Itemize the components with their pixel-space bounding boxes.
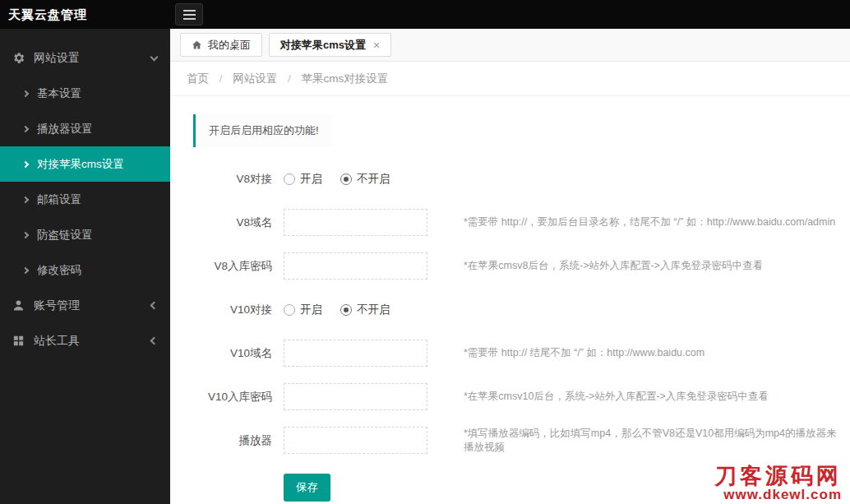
chevron-right-icon — [22, 90, 29, 96]
grid-icon — [12, 334, 25, 348]
player-code-input[interactable] — [284, 427, 427, 454]
tab-bar: 我的桌面 对接苹果cms设置 × — [170, 29, 850, 62]
form-row-v10-domain: V10域名 *需要带 http:// 结尾不加 “/” 如：http://www… — [193, 331, 850, 375]
v8-connect-on-radio[interactable]: 开启 — [284, 172, 322, 187]
sidebar-item-label: 账号管理 — [34, 298, 80, 313]
tab-my-desktop[interactable]: 我的桌面 — [180, 33, 262, 57]
home-icon — [192, 39, 202, 50]
sidebar-item-website-settings[interactable]: 网站设置 — [0, 40, 170, 76]
field-hint: *填写播放器编码，比如填写mp4，那么不管V8还是V10都用编码为mp4的播放器… — [464, 427, 850, 455]
chevron-right-icon — [22, 160, 29, 167]
field-hint: *需要带 http:// 结尾不加 “/” 如：http://www.baidu… — [464, 346, 850, 360]
save-button[interactable]: 保存 — [284, 474, 330, 502]
v8-connect-off-radio[interactable]: 不开启 — [340, 172, 390, 187]
radio-checked-icon[interactable] — [340, 173, 352, 185]
radio-icon[interactable] — [284, 173, 295, 185]
gear-icon — [12, 51, 25, 65]
tab-apple-cms-settings[interactable]: 对接苹果cms设置 × — [269, 33, 391, 57]
chevron-left-icon — [150, 302, 159, 310]
field-label: V10对接 — [193, 303, 272, 317]
field-label: V8域名 — [193, 215, 272, 230]
v10-domain-input[interactable] — [284, 340, 427, 367]
breadcrumb: 首页 / 网站设置 / 苹果cms对接设置 — [170, 62, 850, 96]
sidebar-item-hotlink-settings[interactable]: 防盗链设置 — [0, 217, 170, 252]
breadcrumb-home[interactable]: 首页 — [187, 72, 209, 85]
sidebar-item-label: 网站设置 — [34, 51, 80, 66]
notice-banner: 开启后启用相应的功能! — [193, 114, 332, 147]
sidebar-item-player-settings[interactable]: 播放器设置 — [0, 111, 170, 146]
app-title: 天翼云盘管理 — [0, 0, 850, 29]
settings-form-panel: 开启后启用相应的功能! V8对接 开启 不开启 — [170, 96, 850, 502]
radio-label: 开启 — [300, 303, 322, 317]
sidebar-item-label: 基本设置 — [37, 86, 81, 101]
chevron-right-icon — [22, 231, 29, 238]
radio-icon[interactable] — [284, 304, 295, 316]
top-bar: 天翼云盘管理 — [0, 0, 850, 29]
sidebar-item-email-settings[interactable]: 邮箱设置 — [0, 182, 170, 217]
form-row-player: 播放器 *填写播放器编码，比如填写mp4，那么不管V8还是V10都用编码为mp4… — [193, 418, 850, 462]
form-row-v8-domain: V8域名 *需要带 http://，要加后台目录名称，结尾不加 “/” 如：ht… — [193, 201, 850, 244]
v10-connect-on-radio[interactable]: 开启 — [284, 303, 322, 317]
sidebar-item-label: 邮箱设置 — [37, 192, 81, 207]
breadcrumb-separator: / — [219, 72, 223, 85]
user-icon — [12, 298, 25, 312]
chevron-right-icon — [22, 196, 29, 202]
form-row-v8-connect: V8对接 开启 不开启 — [193, 157, 850, 201]
sidebar-item-label: 播放器设置 — [37, 122, 93, 136]
main-area: 我的桌面 对接苹果cms设置 × 首页 / 网站设置 / 苹果cms对接设置 开… — [170, 29, 850, 504]
tab-close-icon[interactable]: × — [373, 39, 380, 52]
sidebar-item-label: 防盗链设置 — [37, 228, 93, 243]
sidebar-item-webmaster-tools[interactable]: 站长工具 — [0, 323, 170, 358]
breadcrumb-website-settings[interactable]: 网站设置 — [233, 72, 277, 85]
form-row-v10-password: V10入库密码 *在苹果cmsv10后台，系统->站外入库配置->入库免登录密码… — [193, 375, 850, 418]
sidebar: 网站设置 基本设置 播放器设置 对接苹果cms设置 邮箱设置 防盗链设置 修改密… — [0, 29, 170, 504]
radio-checked-icon[interactable] — [340, 304, 352, 316]
chevron-right-icon — [22, 266, 29, 273]
radio-label: 不开启 — [357, 303, 390, 317]
chevron-left-icon — [150, 337, 159, 345]
field-label: V8对接 — [193, 172, 272, 187]
breadcrumb-current: 苹果cms对接设置 — [302, 72, 389, 85]
form-row-v8-password: V8入库密码 *在苹果cmsv8后台，系统->站外入库配置->入库免登录密码中查… — [193, 244, 850, 288]
sidebar-item-account-management[interactable]: 账号管理 — [0, 288, 170, 323]
apple-cms-settings-form: V8对接 开启 不开启 V8域名 — [193, 157, 850, 502]
sidebar-item-apple-cms-settings[interactable]: 对接苹果cms设置 — [0, 146, 170, 182]
field-label: V8入库密码 — [193, 259, 272, 274]
field-label: 播放器 — [193, 433, 272, 448]
tab-label: 对接苹果cms设置 — [280, 38, 366, 53]
form-row-v10-connect: V10对接 开启 不开启 — [193, 288, 850, 331]
field-hint: *在苹果cmsv8后台，系统->站外入库配置->入库免登录密码中查看 — [464, 259, 850, 273]
radio-label: 不开启 — [357, 172, 390, 187]
radio-label: 开启 — [300, 172, 322, 187]
field-hint: *在苹果cmsv10后台，系统->站外入库配置->入库免登录密码中查看 — [464, 390, 850, 404]
tab-label: 我的桌面 — [208, 38, 251, 53]
sidebar-item-change-password[interactable]: 修改密码 — [0, 252, 170, 288]
sidebar-item-label: 站长工具 — [34, 334, 80, 349]
field-label: V10入库密码 — [193, 390, 272, 405]
sidebar-item-basic-settings[interactable]: 基本设置 — [0, 76, 170, 111]
field-label: V10域名 — [193, 346, 272, 361]
app-window: 天翼云盘管理 网站设置 基本设置 播放器设置 对接苹果cms设置 邮箱设置 — [0, 0, 850, 504]
breadcrumb-separator: / — [288, 72, 291, 85]
chevron-right-icon — [22, 125, 29, 132]
chevron-down-icon — [150, 53, 159, 61]
sidebar-item-label: 对接苹果cms设置 — [37, 157, 124, 172]
v8-domain-input[interactable] — [284, 209, 427, 236]
hamburger-menu-icon[interactable] — [175, 3, 203, 25]
v10-connect-off-radio[interactable]: 不开启 — [340, 303, 390, 317]
v10-password-input[interactable] — [284, 383, 427, 410]
sidebar-item-label: 修改密码 — [37, 263, 81, 278]
field-hint: *需要带 http://，要加后台目录名称，结尾不加 “/” 如：http://… — [464, 215, 850, 229]
v8-password-input[interactable] — [284, 252, 427, 280]
